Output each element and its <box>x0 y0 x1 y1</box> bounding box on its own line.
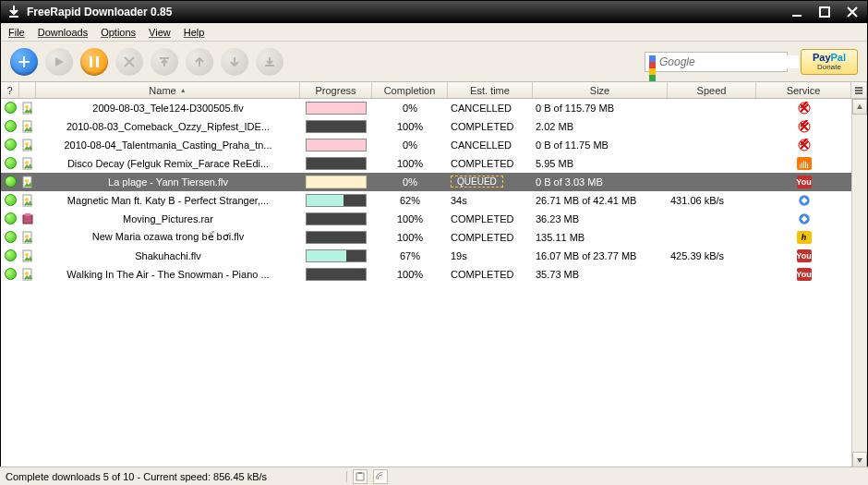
progress-bar <box>306 231 367 244</box>
down-button[interactable] <box>221 48 248 76</box>
status-dot-icon <box>5 212 17 224</box>
add-download-button[interactable] <box>10 48 38 76</box>
file-name: 2009-08-03_Tele124-D300505.flv <box>36 103 300 114</box>
file-type-icon <box>21 231 34 244</box>
svg-point-14 <box>25 124 29 127</box>
menu-view[interactable]: View <box>149 27 171 38</box>
file-name: Walking In The Air - The Snowman - Piano… <box>36 269 300 280</box>
size-value: 0 B of 3.03 MB <box>533 176 668 188</box>
header-icon[interactable] <box>19 82 36 98</box>
google-icon <box>649 55 656 68</box>
file-name: 2010-08-04_Talentmania_Casting_Praha_tn.… <box>36 139 300 151</box>
scroll-down-button[interactable] <box>852 452 867 467</box>
header-speed[interactable]: Speed <box>668 82 756 98</box>
size-value: 26.71 MB of 42.41 MB <box>533 195 668 206</box>
header-est-time[interactable]: Est. time <box>448 82 533 98</box>
scroll-up-button[interactable] <box>852 99 867 115</box>
table-row[interactable]: Magnetic Man ft. Katy B - Perfect Strang… <box>1 191 867 210</box>
completion-value: 0% <box>372 103 448 114</box>
progress-bar <box>306 139 367 152</box>
svg-rect-1 <box>792 15 802 17</box>
status-text: Complete downloads 5 of 10 - Current spe… <box>6 471 347 482</box>
table-row[interactable]: Walking In The Air - The Snowman - Piano… <box>1 265 867 284</box>
minimize-button[interactable] <box>788 5 806 19</box>
pause-button[interactable] <box>80 48 108 76</box>
est-time-value: COMPLETED <box>451 232 513 243</box>
megaupload-icon <box>797 120 812 133</box>
svg-point-30 <box>25 235 29 238</box>
svg-point-20 <box>25 161 29 164</box>
file-type-icon <box>21 249 34 262</box>
table-row[interactable]: New Maria ozawa trong bể bơi.flv100%COMP… <box>1 228 867 247</box>
file-type-icon <box>21 120 34 133</box>
table-row[interactable]: Shakuhachi.flv67%19s16.07 MB of 23.77 MB… <box>1 247 867 265</box>
title-bar: FreeRapid Downloader 0.85 <box>1 1 867 23</box>
table-row[interactable]: 2009-08-03_Tele124-D300505.flv0%CANCELLE… <box>1 99 867 117</box>
menu-file[interactable]: File <box>8 27 25 38</box>
table-row[interactable]: Moving_Pictures.rar100%COMPLETED36.23 MB <box>1 210 867 228</box>
completion-value: 0% <box>372 176 448 188</box>
size-value: 16.07 MB of 23.77 MB <box>533 250 668 261</box>
progress-bar <box>306 157 367 170</box>
header-completion[interactable]: Completion <box>372 82 448 98</box>
svg-rect-0 <box>9 16 18 18</box>
menu-downloads[interactable]: Downloads <box>38 27 88 38</box>
svg-rect-27 <box>25 213 30 216</box>
header-name[interactable]: Name▲ <box>36 82 300 98</box>
search-box[interactable] <box>645 52 788 72</box>
file-type-icon <box>21 268 34 281</box>
table-row[interactable]: 2010-08-03_Comeback_Ozzy_Ripfest_IDE...1… <box>1 117 867 136</box>
svg-rect-9 <box>855 92 862 94</box>
play-button[interactable] <box>45 48 73 76</box>
maximize-button[interactable] <box>815 5 834 19</box>
status-dot-icon <box>5 176 17 188</box>
clipboard-monitor-icon[interactable] <box>353 469 368 484</box>
svg-point-11 <box>25 105 29 109</box>
table-row[interactable]: 2010-08-04_Talentmania_Casting_Praha_tn.… <box>1 136 867 154</box>
progress-bar <box>306 194 367 207</box>
header-progress[interactable]: Progress <box>300 82 372 98</box>
status-dot-icon <box>5 249 17 261</box>
progress-bar <box>306 176 367 188</box>
up-button[interactable] <box>186 48 213 76</box>
vertical-scrollbar[interactable] <box>851 99 867 467</box>
status-bar: Complete downloads 5 of 10 - Current spe… <box>0 467 868 485</box>
menu-help[interactable]: Help <box>184 27 205 38</box>
youtube-icon: You <box>797 268 812 281</box>
file-type-icon <box>21 157 34 170</box>
size-value: 35.73 MB <box>533 269 668 280</box>
status-dot-icon <box>5 139 17 151</box>
top-button[interactable] <box>151 48 178 76</box>
window-title: FreeRapid Downloader 0.85 <box>27 6 788 18</box>
status-dot-icon <box>5 231 17 243</box>
connection-icon[interactable] <box>373 469 388 484</box>
file-type-icon <box>21 194 34 207</box>
table-row[interactable]: Disco Decay (Felguk Remix_Farace ReEdi..… <box>1 154 867 173</box>
bottom-button[interactable] <box>256 48 283 76</box>
completion-value: 100% <box>372 269 448 280</box>
file-name: La plage - Yann Tiersen.flv <box>36 176 300 188</box>
toolbar: PayPal Donate <box>1 42 867 82</box>
completion-value: 100% <box>372 213 448 224</box>
progress-bar <box>306 268 367 281</box>
cancel-button[interactable] <box>115 48 143 76</box>
est-time-value: COMPLETED <box>451 269 513 280</box>
header-status[interactable]: ? <box>1 82 19 98</box>
app-icon <box>6 5 21 19</box>
table-row[interactable]: La plage - Yann Tiersen.flv0%QUEUED0 B o… <box>1 173 867 191</box>
svg-point-22 <box>25 179 29 183</box>
file-type-icon <box>21 139 34 152</box>
header-config-icon[interactable] <box>851 82 867 98</box>
close-button[interactable] <box>843 5 862 19</box>
download-list[interactable]: 2009-08-03_Tele124-D300505.flv0%CANCELLE… <box>1 99 867 467</box>
menu-options[interactable]: Options <box>101 27 136 38</box>
paypal-donate-button[interactable]: PayPal Donate <box>801 49 858 75</box>
size-value: 0 B of 11.75 MB <box>533 139 668 151</box>
paypal-donate-label: Donate <box>817 63 841 71</box>
size-value: 135.11 MB <box>533 232 668 243</box>
est-time-value: 19s <box>451 250 467 261</box>
header-service[interactable]: Service <box>756 82 851 98</box>
header-size[interactable]: Size <box>533 82 668 98</box>
search-input[interactable] <box>659 55 799 68</box>
size-value: 0 B of 115.79 MB <box>533 103 668 114</box>
